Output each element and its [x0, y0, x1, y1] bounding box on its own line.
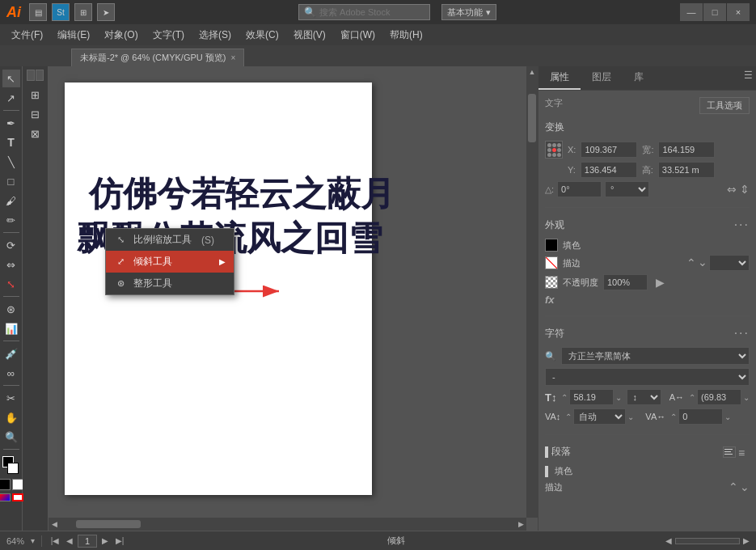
opacity-input[interactable] [603, 274, 648, 290]
horizontal-scrollbar[interactable]: ◀ ▶ [49, 518, 526, 531]
shape-tool[interactable]: □ [2, 172, 20, 190]
menu-object[interactable]: 对象(O) [98, 26, 144, 44]
bridge-icon[interactable]: St [52, 3, 70, 21]
tracking-down[interactable]: ⌄ [743, 393, 750, 402]
rotate-tool[interactable]: ⟳ [2, 236, 20, 254]
select-tool[interactable]: ↖ [2, 70, 20, 87]
paintbrush-tool[interactable]: 🖌 [2, 192, 20, 209]
scroll-up-button[interactable]: ▲ [526, 66, 538, 78]
flip-h-button[interactable]: ⇔ [727, 183, 737, 196]
stroke-up-button[interactable]: ⌃ [686, 256, 696, 269]
x-input[interactable] [581, 142, 637, 158]
next-page-button[interactable]: ▶ [99, 535, 112, 548]
panel-options-button[interactable]: ☰ [741, 66, 756, 90]
zoom-tool[interactable]: 🔍 [2, 428, 20, 446]
tab-library[interactable]: 库 [623, 66, 655, 90]
font-size-up[interactable]: ⌃ [561, 393, 568, 402]
y-input[interactable] [581, 162, 637, 178]
menu-effect[interactable]: 效果(C) [239, 26, 285, 44]
scissors-tool[interactable]: ✂ [2, 389, 20, 407]
gradient-btn[interactable] [0, 493, 11, 501]
first-page-button[interactable]: |◀ [49, 535, 61, 548]
appearance-more-button[interactable]: ··· [734, 218, 750, 232]
flip-v-button[interactable]: ⇕ [740, 183, 750, 196]
angle-dropdown[interactable]: ° [605, 181, 649, 197]
status-scrollbar[interactable] [675, 538, 740, 544]
line-tool[interactable]: ╲ [2, 153, 20, 171]
font-size-input[interactable] [569, 389, 614, 405]
menu-file[interactable]: 文件(F) [5, 26, 49, 44]
tab-properties[interactable]: 属性 [538, 66, 581, 90]
zoom-dropdown-button[interactable]: ▾ [31, 536, 35, 545]
h-input[interactable] [658, 162, 715, 178]
status-left-button[interactable]: ◀ [665, 536, 672, 545]
eyedrop-tool[interactable]: 💉 [2, 345, 20, 362]
close-button[interactable]: × [727, 3, 750, 21]
font-family-select[interactable]: 方正兰亭黑简体 [561, 347, 750, 365]
paragraph-more-button[interactable]: ≡ [738, 446, 750, 458]
menu-edit[interactable]: 编辑(E) [51, 26, 96, 44]
pencil-tool[interactable]: ✏ [2, 211, 20, 229]
para-stroke-down[interactable]: ⌄ [740, 480, 750, 493]
menu-view[interactable]: 视图(V) [287, 26, 332, 44]
fill-color-swatch[interactable] [2, 456, 20, 474]
stroke-swatch[interactable] [545, 256, 558, 269]
menu-type[interactable]: 文字(T) [146, 26, 191, 44]
kerning-up[interactable]: ⌃ [565, 412, 572, 421]
stock-search[interactable]: 🔍 [298, 4, 430, 20]
align-left-button[interactable] [723, 446, 736, 458]
chart-tool[interactable]: 📊 [2, 319, 20, 337]
document-tab[interactable]: 未标题-2* @ 64% (CMYK/GPU 预览) × [71, 49, 244, 66]
scroll-left-button[interactable]: ◀ [49, 518, 60, 531]
send-icon[interactable]: ➤ [97, 3, 115, 21]
collapse-right-btn[interactable] [36, 70, 44, 81]
fill-swatch[interactable] [545, 239, 558, 252]
minimize-button[interactable]: — [680, 3, 703, 21]
scroll-right-button[interactable]: ▶ [515, 518, 526, 531]
w-input[interactable] [658, 142, 715, 158]
pathfinder-btn[interactable]: ⊠ [27, 125, 44, 142]
transform-reference-box[interactable] [545, 141, 563, 159]
menu-help[interactable]: 帮助(H) [383, 26, 429, 44]
tracking2-up[interactable]: ⌃ [670, 412, 677, 421]
scale-tool[interactable]: ⤡ [2, 275, 20, 293]
direct-select-tool[interactable]: ↗ [2, 89, 20, 107]
hand-tool[interactable]: ✋ [2, 408, 20, 426]
kerning-down[interactable]: ⌄ [627, 412, 634, 421]
type-tool[interactable]: T [2, 133, 20, 151]
stroke-down-button[interactable]: ⌄ [698, 256, 707, 269]
character-more-button[interactable]: ··· [734, 326, 750, 341]
maximize-button[interactable]: □ [703, 3, 726, 21]
stroke-dropdown[interactable] [709, 255, 750, 271]
vertical-scroll-thumb[interactable] [528, 94, 536, 142]
menu-window[interactable]: 窗口(W) [334, 26, 382, 44]
warp-tool[interactable]: ⊛ [2, 300, 20, 318]
para-stroke-up[interactable]: ⌃ [729, 480, 738, 493]
canvas-area[interactable]: 仿佛兮若轻云之蔽月 飘飘兮若流风之回雪 ⤡ 比例缩放工具 (S) [49, 66, 538, 531]
menu-select[interactable]: 选择(S) [192, 26, 238, 44]
status-right-button[interactable]: ▶ [743, 536, 750, 545]
tracking-up[interactable]: ⌃ [689, 393, 695, 402]
tool-options-button[interactable]: 工具选项 [699, 97, 750, 114]
none-btn[interactable] [12, 493, 23, 501]
tracking2-down[interactable]: ⌄ [724, 412, 731, 421]
tracking-input[interactable] [697, 389, 741, 405]
pen-tool[interactable]: ✒ [2, 114, 20, 132]
tab-close-button[interactable]: × [230, 53, 235, 62]
workspace-selector[interactable]: 基本功能 ▾ [441, 4, 496, 20]
angle-input[interactable] [557, 181, 602, 197]
context-menu-scale[interactable]: ⤡ 比例缩放工具 (S) [106, 229, 234, 251]
fill-box[interactable] [0, 479, 11, 490]
context-menu-shear[interactable]: ⤢ 倾斜工具 ▶ [106, 251, 234, 273]
mirror-tool[interactable]: ⇔ [2, 256, 20, 273]
context-menu-reshape[interactable]: ⊛ 整形工具 [106, 273, 234, 294]
tracking2-input[interactable] [678, 408, 723, 425]
prev-page-button[interactable]: ◀ [63, 535, 76, 548]
transform-panel-btn[interactable]: ⊞ [27, 86, 44, 104]
vertical-scrollbar[interactable]: ▲ [526, 66, 538, 518]
blend-tool[interactable]: ∞ [2, 364, 20, 382]
font-style-select[interactable]: - [545, 368, 750, 386]
font-size-down[interactable]: ⌄ [615, 393, 622, 402]
last-page-button[interactable]: ▶| [113, 535, 126, 548]
view-icon[interactable]: ⊞ [74, 3, 92, 21]
